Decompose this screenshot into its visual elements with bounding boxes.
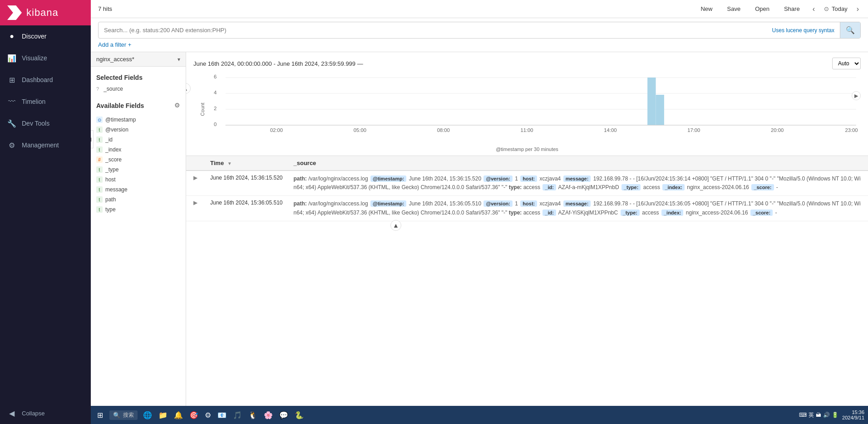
sidebar-item-management[interactable]: ⚙ Management — [0, 134, 91, 156]
taskbar-search[interactable]: 🔍 搜索 — [109, 410, 138, 420]
taskbar-app-icon-3[interactable]: 🔔 — [172, 410, 185, 420]
prev-time-button[interactable]: ‹ — [811, 3, 817, 15]
sidebar-item-discover[interactable]: ● Discover — [0, 25, 91, 47]
field-value: nginx_access-2024.06.16 — [686, 184, 749, 190]
source-cell: path: /var/log/nginx/access.log @timesta… — [288, 196, 868, 221]
source-col-header: _source — [288, 156, 868, 171]
field-item-message[interactable]: t message — [96, 185, 180, 195]
sidebar-item-dashboard[interactable]: ⊞ Dashboard — [0, 69, 91, 91]
sidebar: kibana ● Discover 📊 Visualize ⊞ Dashboar… — [0, 0, 91, 424]
results-body: ▶ June 16th 2024, 15:36:15.520 path: /va… — [186, 171, 868, 221]
field-item-_score[interactable]: # _score — [96, 155, 180, 165]
field-key-highlight: _type: — [621, 184, 641, 190]
taskbar-app-icon-6[interactable]: 📧 — [216, 410, 228, 420]
toggle-chart-button[interactable]: ▲ — [390, 220, 401, 231]
field-key-highlight: _type: — [621, 210, 640, 216]
sidebar-item-label: Visualize — [22, 54, 47, 62]
field-name-label: host — [105, 176, 116, 183]
sidebar-item-visualize[interactable]: 📊 Visualize — [0, 47, 91, 69]
taskbar-app-icon-10[interactable]: 💬 — [277, 410, 290, 420]
collapse-panel-button[interactable]: ◀ — [91, 130, 94, 148]
search-bar: Uses lucene query syntax 🔍 Add a filter … — [91, 18, 868, 52]
sidebar-item-label: Dashboard — [22, 76, 53, 83]
field-key-highlight: host: — [520, 175, 537, 182]
field-value: xczjava4 — [538, 200, 561, 207]
sidebar-item-timelion[interactable]: 〰 Timelion — [0, 91, 91, 112]
svg-text:6: 6 — [214, 74, 217, 79]
keyboard-icon[interactable]: ⌨ — [799, 412, 807, 418]
taskbar-icons: 🌐 📁 🔔 🎯 ⚙ 📧 🎵 🐧 🌸 💬 🐍 — [141, 410, 306, 420]
svg-text:17:00: 17:00 — [687, 127, 700, 133]
svg-text:08:00: 08:00 — [437, 127, 450, 133]
collapse-sidebar-button[interactable]: ◀ Collapse — [0, 402, 91, 424]
taskbar-app-icon-8[interactable]: 🐧 — [247, 410, 259, 420]
selected-field-source[interactable]: ? _source — [96, 84, 180, 94]
search-button[interactable]: 🔍 — [840, 22, 860, 38]
field-type-unknown: ? — [96, 86, 99, 92]
fields-settings-button[interactable]: ⚙ — [174, 102, 180, 109]
field-item-_index[interactable]: t _index — [96, 145, 180, 155]
histogram-chart: 6 4 2 0 0 — [212, 73, 861, 136]
taskbar-app-icon-11[interactable]: 🐍 — [293, 410, 306, 420]
field-name-label: _id — [105, 136, 113, 143]
taskbar-app-icon-9[interactable]: 🌸 — [262, 410, 275, 420]
field-name-label: path — [105, 196, 116, 203]
expand-row-button[interactable]: ▶ — [192, 175, 199, 181]
hits-count: 7 hits — [98, 5, 112, 12]
expand-chart-button[interactable]: ▶ — [852, 91, 861, 100]
next-time-button[interactable]: › — [855, 3, 861, 15]
save-button[interactable]: Save — [723, 4, 744, 14]
field-item-host[interactable]: t host — [96, 175, 180, 185]
taskbar-app-icon-5[interactable]: ⚙ — [203, 410, 213, 420]
time-cell: June 16th 2024, 15:36:15.520 — [205, 171, 288, 196]
taskbar-left: ⊞ 🔍 搜索 🌐 📁 🔔 🎯 ⚙ 📧 🎵 🐧 🌸 💬 🐍 — [94, 409, 306, 421]
open-button[interactable]: Open — [751, 4, 773, 14]
field-item-_id[interactable]: t _id — [96, 135, 180, 145]
collapse-chart-button[interactable]: ▲ — [186, 83, 191, 94]
start-button[interactable]: ⊞ — [94, 409, 106, 421]
search-input-wrapper: Uses lucene query syntax 🔍 — [98, 22, 861, 39]
chart-header: June 16th 2024, 00:00:00.000 - June 16th… — [193, 58, 861, 69]
field-key-highlight: _index: — [661, 210, 684, 216]
svg-text:05:00: 05:00 — [354, 127, 366, 133]
expand-col-header — [186, 156, 205, 171]
interval-select[interactable]: Auto — [832, 58, 861, 69]
share-button[interactable]: Share — [780, 4, 804, 14]
field-name-label: @timestamp — [105, 117, 136, 123]
lang-indicator[interactable]: 英 — [809, 411, 814, 419]
available-fields-title: Available Fields — [96, 102, 144, 109]
field-key-highlight: _id: — [542, 184, 556, 190]
taskbar-right: ⌨ 英 🏔 🔊 🔋 15:36 2024/9/11 — [799, 409, 864, 420]
field-item-@timestamp[interactable]: ⊙ @timestamp — [96, 115, 180, 125]
field-name: _source — [104, 86, 123, 92]
table-row: ▶ June 16th 2024, 15:36:05.510 path: /va… — [186, 196, 868, 221]
add-filter-button[interactable]: Add a filter + — [98, 41, 131, 48]
new-button[interactable]: New — [697, 4, 716, 14]
field-value: access — [641, 184, 660, 190]
field-value: 1 — [513, 175, 518, 182]
expand-cell: ▶ — [186, 196, 205, 221]
taskbar-app-icon-4[interactable]: 🎯 — [187, 410, 200, 420]
sidebar-item-devtools[interactable]: 🔧 Dev Tools — [0, 112, 91, 134]
taskbar-app-icon-1[interactable]: 🌐 — [141, 410, 154, 420]
taskbar-app-icon-2[interactable]: 📁 — [157, 410, 169, 420]
field-item-_type[interactable]: t _type — [96, 165, 180, 175]
expand-row-button[interactable]: ▶ — [192, 200, 199, 206]
search-input[interactable] — [99, 23, 767, 37]
field-value: /var/log/nginx/access.log — [307, 200, 368, 207]
syntax-hint[interactable]: Uses lucene query syntax — [767, 27, 840, 34]
field-type-icon: t — [96, 186, 103, 193]
field-item-path[interactable]: t path — [96, 195, 180, 205]
discover-icon: ● — [7, 32, 16, 41]
collapse-label: Collapse — [22, 410, 45, 417]
logo[interactable]: kibana — [0, 0, 91, 25]
time-col-header[interactable]: Time ▼ — [205, 156, 288, 171]
field-item-@version[interactable]: t @version — [96, 125, 180, 135]
management-icon: ⚙ — [7, 141, 16, 150]
index-dropdown-button[interactable]: ▾ — [178, 56, 180, 63]
taskbar-app-icon-7[interactable]: 🎵 — [231, 410, 244, 420]
field-type-icon: t — [96, 146, 103, 153]
field-value: access — [641, 210, 659, 216]
field-item-type[interactable]: t type — [96, 205, 180, 214]
field-type-icon: t — [96, 136, 103, 143]
